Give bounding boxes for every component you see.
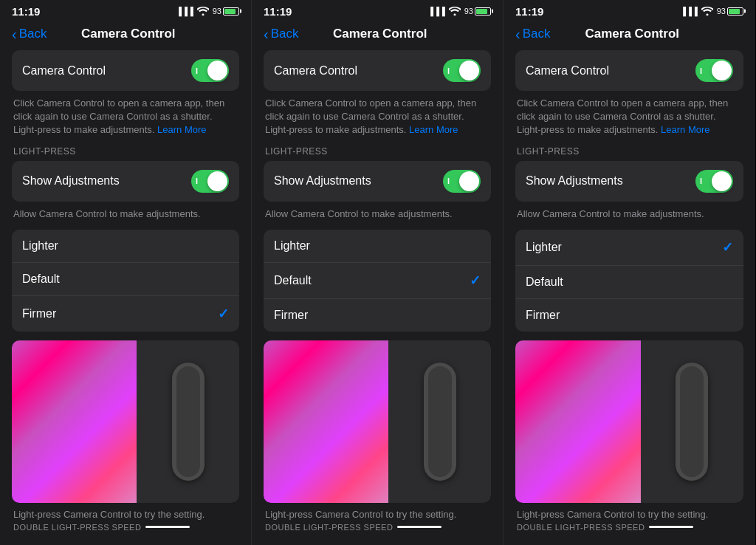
camera-control-toggle-row[interactable]: Camera Control I bbox=[12, 50, 239, 91]
camera-preview bbox=[264, 340, 491, 503]
toggle-knob-2 bbox=[207, 171, 227, 191]
nav-bar: ‹ Back Camera Control bbox=[0, 21, 251, 50]
back-label: Back bbox=[523, 27, 551, 41]
preview-slider-area bbox=[137, 340, 239, 503]
option-row-0[interactable]: Lighter bbox=[264, 230, 491, 263]
nav-bar: ‹ Back Camera Control bbox=[504, 21, 755, 50]
learn-more-link[interactable]: Learn More bbox=[157, 124, 206, 135]
toggle-knob bbox=[207, 61, 227, 80]
battery-percent: 93 bbox=[464, 7, 473, 16]
camera-slider bbox=[676, 363, 708, 481]
battery: 93 bbox=[464, 7, 491, 16]
show-adjustments-toggle-row[interactable]: Show Adjustments I bbox=[264, 161, 491, 202]
camera-preview bbox=[515, 340, 743, 503]
back-button[interactable]: ‹ Back bbox=[264, 27, 298, 41]
battery: 93 bbox=[717, 7, 743, 16]
press-speed-bar bbox=[649, 526, 693, 528]
option-row-2[interactable]: Firmer bbox=[515, 299, 743, 332]
camera-control-toggle[interactable]: I bbox=[695, 59, 733, 82]
camera-slider-inner bbox=[428, 366, 452, 477]
back-label: Back bbox=[271, 27, 299, 41]
signal-icon: ▐▐▐ bbox=[176, 7, 193, 16]
option-row-0[interactable]: Lighter bbox=[12, 230, 239, 263]
option-label-2: Firmer bbox=[526, 309, 560, 322]
camera-control-description: Click Camera Control to open a camera ap… bbox=[12, 97, 239, 137]
option-label-2: Firmer bbox=[274, 309, 308, 322]
double-press-label: DOUBLE LIGHT-PRESS SPEED bbox=[264, 523, 491, 532]
adjustment-description: Allow Camera Control to make adjustments… bbox=[264, 208, 491, 221]
toggle-i-label: I bbox=[447, 66, 450, 75]
show-adjustments-toggle-row[interactable]: Show Adjustments I bbox=[12, 161, 239, 202]
back-chevron-icon: ‹ bbox=[264, 27, 269, 41]
battery-percent: 93 bbox=[213, 7, 221, 16]
preview-gradient bbox=[264, 340, 388, 503]
preview-bottom-label: Light-press Camera Control to try the se… bbox=[12, 509, 239, 520]
preview-bottom-label: Light-press Camera Control to try the se… bbox=[264, 509, 491, 520]
signal-icon: ▐▐▐ bbox=[680, 7, 697, 16]
option-row-1[interactable]: Default ✓ bbox=[264, 263, 491, 299]
preview-slider-area bbox=[388, 340, 491, 503]
camera-control-toggle-row[interactable]: Camera Control I bbox=[515, 50, 743, 91]
option-label-2: Firmer bbox=[22, 307, 56, 321]
settings-content: Camera Control I Click Camera Control to… bbox=[252, 50, 503, 545]
back-chevron-icon: ‹ bbox=[515, 27, 520, 41]
option-checkmark-2: ✓ bbox=[218, 306, 229, 322]
show-adjustments-toggle[interactable]: I bbox=[695, 170, 733, 193]
preview-slider-area bbox=[641, 340, 743, 503]
option-row-2[interactable]: Firmer bbox=[264, 299, 491, 332]
show-adjustments-toggle-row[interactable]: Show Adjustments I bbox=[515, 161, 743, 202]
double-press-label: DOUBLE LIGHT-PRESS SPEED bbox=[515, 523, 743, 532]
camera-preview bbox=[12, 340, 239, 503]
status-bar: 11:19 ▐▐▐ 93 bbox=[252, 0, 503, 21]
option-row-2[interactable]: Firmer ✓ bbox=[12, 296, 239, 332]
camera-slider-inner bbox=[680, 366, 704, 477]
toggle-i-label: I bbox=[700, 66, 702, 75]
options-list: Lighter Default ✓ Firmer bbox=[264, 230, 491, 332]
status-time: 11:19 bbox=[12, 5, 40, 18]
double-press-text: DOUBLE LIGHT-PRESS SPEED bbox=[265, 523, 393, 532]
option-row-0[interactable]: Lighter ✓ bbox=[515, 230, 743, 266]
option-row-1[interactable]: Default bbox=[515, 266, 743, 299]
toggle-i-label-2: I bbox=[447, 176, 450, 185]
options-list: Lighter ✓ Default Firmer bbox=[515, 230, 743, 332]
adjustment-description: Allow Camera Control to make adjustments… bbox=[12, 208, 239, 221]
learn-more-link[interactable]: Learn More bbox=[661, 124, 709, 135]
section-label-light-press: LIGHT-PRESS bbox=[515, 146, 743, 157]
press-speed-bar bbox=[145, 526, 190, 528]
toggle-knob bbox=[459, 61, 479, 80]
signal-icon: ▐▐▐ bbox=[427, 7, 444, 16]
option-label-1: Default bbox=[22, 272, 60, 286]
back-button[interactable]: ‹ Back bbox=[12, 27, 47, 41]
preview-gradient bbox=[12, 340, 137, 503]
preview-bottom-label: Light-press Camera Control to try the se… bbox=[515, 509, 743, 520]
page-title: Camera Control bbox=[550, 27, 714, 41]
camera-control-toggle-row[interactable]: Camera Control I bbox=[264, 50, 491, 91]
status-icons: ▐▐▐ 93 bbox=[176, 7, 239, 16]
option-label-0: Lighter bbox=[274, 239, 310, 253]
double-press-label: DOUBLE LIGHT-PRESS SPEED bbox=[12, 523, 239, 532]
option-row-1[interactable]: Default bbox=[12, 263, 239, 296]
status-bar: 11:19 ▐▐▐ 93 bbox=[504, 0, 755, 21]
phone-panel-2: 11:19 ▐▐▐ 93 ‹ Back Camera Control bbox=[252, 0, 504, 545]
toggle-knob-2 bbox=[459, 171, 479, 191]
toggle-i-label-2: I bbox=[700, 176, 702, 185]
option-label-1: Default bbox=[274, 274, 312, 287]
show-adjustments-label: Show Adjustments bbox=[274, 174, 371, 188]
learn-more-link[interactable]: Learn More bbox=[409, 124, 458, 135]
show-adjustments-toggle[interactable]: I bbox=[443, 170, 481, 193]
battery-icon bbox=[727, 7, 743, 16]
toggle-knob-2 bbox=[712, 171, 732, 191]
phone-panel-3: 11:19 ▐▐▐ 93 ‹ Back Camera Control bbox=[504, 0, 755, 545]
toggle-i-label: I bbox=[196, 66, 198, 75]
camera-control-toggle[interactable]: I bbox=[191, 59, 229, 82]
phone-panel-1: 11:19 ▐▐▐ 93 ‹ Back Camera Control bbox=[0, 0, 252, 545]
back-label: Back bbox=[19, 27, 47, 41]
option-checkmark-0: ✓ bbox=[722, 239, 733, 256]
page-title: Camera Control bbox=[298, 27, 461, 41]
show-adjustments-toggle[interactable]: I bbox=[191, 170, 229, 193]
camera-control-label: Camera Control bbox=[22, 64, 106, 78]
back-button[interactable]: ‹ Back bbox=[515, 27, 550, 41]
camera-control-toggle[interactable]: I bbox=[443, 59, 481, 82]
option-label-0: Lighter bbox=[526, 241, 562, 254]
status-icons: ▐▐▐ 93 bbox=[680, 7, 743, 16]
